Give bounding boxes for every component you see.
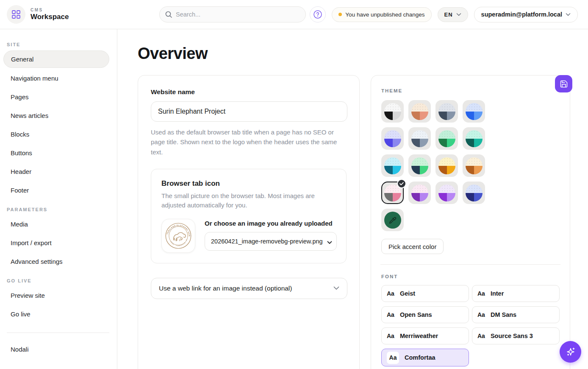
language-label: EN <box>444 11 453 18</box>
theme-swatch[interactable] <box>435 127 458 150</box>
font-option-geist[interactable]: Aa Geist <box>381 285 469 302</box>
search-input[interactable] <box>159 6 306 22</box>
sidebar-item-go-live[interactable]: Go live <box>0 305 117 323</box>
unpublished-changes-label: You have unpublished changes <box>345 11 424 18</box>
browser-tab-icon-title: Browser tab icon <box>161 179 336 188</box>
weblink-accordion[interactable]: Use a web link for an image instead (opt… <box>151 278 347 299</box>
sidebar-item-advanced-settings[interactable]: Advanced settings <box>0 252 117 271</box>
save-button[interactable] <box>555 75 572 92</box>
choose-image-label: Or choose an image you already uploaded <box>205 220 337 227</box>
brand-small-label: CMS <box>31 8 69 12</box>
pick-accent-color-button[interactable]: Pick accent color <box>381 239 444 254</box>
app-window: CMS Workspace <box>0 0 588 369</box>
font-sample: Aa <box>477 333 485 339</box>
weblink-label: Use a web link for an image instead (opt… <box>159 285 292 292</box>
favicon-preview: THAILAND ELEPHANT SANCTUARY CARE · CONSE… <box>161 219 195 253</box>
website-name-label: Website name <box>151 88 347 96</box>
sidebar-item-buttons[interactable]: Buttons <box>0 143 117 162</box>
sidebar-item-navigation-menu[interactable]: Navigation menu <box>0 69 117 87</box>
theme-swatch[interactable] <box>408 154 431 177</box>
custom-color-swatch[interactable] <box>381 209 404 231</box>
warning-dot-icon <box>338 13 342 16</box>
font-sample: Aa <box>387 333 394 339</box>
sidebar-item-media[interactable]: Media <box>0 215 117 233</box>
check-icon <box>397 179 406 188</box>
elephant-sanctuary-logo: THAILAND ELEPHANT SANCTUARY CARE · CONSE… <box>164 221 193 250</box>
app-logo-icon <box>7 5 25 24</box>
sidebar-divider <box>7 333 109 333</box>
font-sample: Aa <box>387 352 399 364</box>
sidebar-section-parameters: PARAMETERS <box>7 207 117 212</box>
uploaded-image-select[interactable]: 20260421_image-removebg-preview.png <box>205 232 337 251</box>
sidebar-item-general[interactable]: General <box>3 50 109 68</box>
font-option-source-sans-3[interactable]: Aa Source Sans 3 <box>472 327 560 344</box>
website-name-input[interactable] <box>151 101 347 122</box>
help-button[interactable] <box>310 6 326 22</box>
theme-swatch[interactable] <box>463 154 485 177</box>
sidebar-item-pages[interactable]: Pages <box>0 87 117 106</box>
font-options-grid: Aa Geist Aa Inter Aa Open Sans Aa <box>381 285 560 366</box>
sidebar-item-footer[interactable]: Footer <box>0 181 117 199</box>
search-bar <box>159 6 306 22</box>
search-icon <box>165 11 172 20</box>
workspace-logo[interactable]: CMS Workspace <box>7 5 159 24</box>
theme-swatch[interactable] <box>408 182 431 204</box>
font-section-label: FONT <box>381 274 560 279</box>
brand-name: Workspace <box>31 13 69 21</box>
top-header: CMS Workspace <box>0 0 588 29</box>
theme-swatch[interactable] <box>463 127 485 150</box>
theme-swatch[interactable] <box>463 100 485 123</box>
theme-swatch[interactable] <box>408 100 431 123</box>
font-sample: Aa <box>387 311 394 318</box>
font-sample: Aa <box>477 311 485 318</box>
browser-tab-icon-card: Browser tab icon The small picture on th… <box>151 169 347 263</box>
sidebar: SITE General Navigation menu Pages News … <box>0 29 117 369</box>
sidebar-item-header[interactable]: Header <box>0 162 117 181</box>
font-sample: Aa <box>387 290 394 297</box>
sidebar-section-site: SITE <box>7 42 117 47</box>
theme-swatch[interactable] <box>435 154 458 177</box>
chevron-down-icon <box>333 286 339 290</box>
theme-swatch[interactable] <box>381 127 404 150</box>
sparkles-icon <box>566 347 576 357</box>
theme-swatch[interactable] <box>435 100 458 123</box>
unpublished-changes-badge[interactable]: You have unpublished changes <box>332 7 431 22</box>
font-option-open-sans[interactable]: Aa Open Sans <box>381 306 469 323</box>
language-selector[interactable]: EN <box>438 7 468 22</box>
font-sample: Aa <box>477 290 485 297</box>
sidebar-item-nodali[interactable]: Nodali <box>0 340 117 358</box>
font-option-dm-sans[interactable]: Aa DM Sans <box>472 306 560 323</box>
font-option-comfortaa-selected[interactable]: Aa Comfortaa <box>381 349 469 366</box>
main-content: Overview Website name Used as the defaul… <box>117 29 588 369</box>
font-option-inter[interactable]: Aa Inter <box>472 285 560 302</box>
browser-tab-icon-description: The small picture on the browser tab. Mo… <box>161 191 336 210</box>
sidebar-item-import-export[interactable]: Import / export <box>0 233 117 252</box>
theme-swatch[interactable] <box>463 182 485 204</box>
sidebar-item-blocks[interactable]: Blocks <box>0 125 117 143</box>
sidebar-section-go-live: GO LIVE <box>7 278 117 283</box>
panel-divider <box>380 264 560 265</box>
account-email: superadmin@platform.local <box>481 11 562 18</box>
chevron-down-icon <box>566 13 571 16</box>
theme-swatch-grid <box>381 100 560 231</box>
theme-swatch[interactable] <box>408 127 431 150</box>
eyedropper-icon <box>389 216 397 224</box>
theme-swatch[interactable] <box>381 100 404 123</box>
website-settings-card: Website name Used as the default browser… <box>138 75 360 369</box>
theme-swatch[interactable] <box>435 182 458 204</box>
ai-assistant-button[interactable] <box>560 341 581 363</box>
page-title: Overview <box>138 45 578 63</box>
account-menu[interactable]: superadmin@platform.local <box>474 7 578 22</box>
website-name-helper: Used as the default browser tab title wh… <box>151 127 347 157</box>
sidebar-item-preview-site[interactable]: Preview site <box>0 286 117 305</box>
save-icon <box>560 80 568 88</box>
theme-swatch-selected[interactable] <box>381 182 404 204</box>
sidebar-item-news-articles[interactable]: News articles <box>0 106 117 125</box>
theme-panel: THEME <box>371 75 570 369</box>
theme-section-label: THEME <box>381 88 560 93</box>
theme-swatch[interactable] <box>381 154 404 177</box>
font-option-merriweather[interactable]: Aa Merriweather <box>381 327 469 344</box>
chevron-down-icon <box>456 13 461 16</box>
